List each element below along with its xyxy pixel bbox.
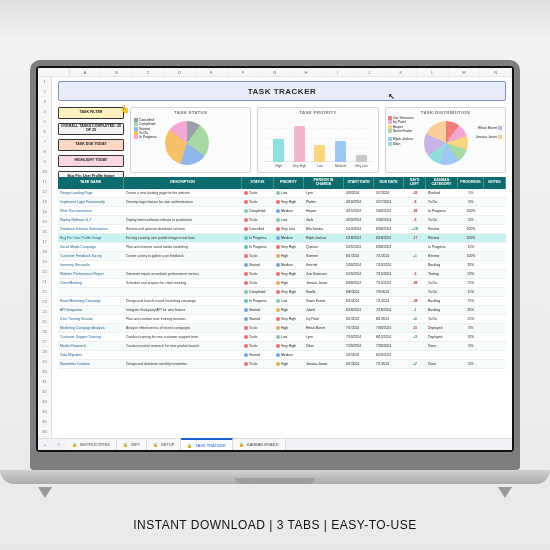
promo-footer: INSTANT DOWNLOAD | 3 TABS | EASY-TO-USE [0,518,550,532]
chart-legend: Zoe SimmonsIvy PatelHarperGavin FosterEl… [388,116,414,146]
col-notes[interactable]: NOTES [484,177,506,189]
pie-icon [424,121,468,165]
table-row[interactable]: Write DocumentationCompletedMediumHarper… [58,207,506,216]
page-title: TASK TRACKER [248,87,317,96]
sheet-tabs: + ≡ INSTRUCTIONSGIFTSETUPTASK TRACKERKAN… [38,438,512,450]
side-button[interactable]: TASK DUE TODAY [58,139,124,151]
row-number-gutter: 1234567891011121314151617181920212223242… [38,77,52,438]
all-sheets-button[interactable]: ≡ [52,439,66,450]
arrow-icon [38,487,52,498]
chart-title: TASK PRIORITY [261,110,374,115]
side-button[interactable]: OVERALL TASKS COMPLETED: 20 OF 25 [58,123,124,135]
col-person[interactable]: PERSON IN CHARGE [304,177,344,189]
col-priority[interactable]: PRIORITY [274,177,304,189]
side-button-group: TASK FILTEROVERALL TASKS COMPLETED: 20 O… [58,107,124,183]
hand-pointer-icon: 👆 [120,105,130,114]
cursor-icon: ↖ [388,92,396,101]
chart-task-priority: TASK PRIORITY HighVery HighLowMediumVery… [257,107,378,173]
table-row[interactable]: User Training SessionPlan and conduct us… [58,315,506,324]
table-row[interactable]: Implement Login FunctionalityDevelop log… [58,198,506,207]
side-button[interactable]: TASK FILTER [58,107,124,119]
sheet-tab[interactable]: TASK TRACKER [181,438,232,450]
title-band: TASK TRACKER ↖ [58,81,506,101]
col-task-name[interactable]: TASK NAME [58,177,124,189]
table-row[interactable]: Deploy Release v1.2Deploy latest softwar… [58,216,506,225]
laptop-frame: ABCDEFGHIJKLMN 1234567891011121314151617… [30,60,520,470]
sheet-tab[interactable]: SETUP [147,439,181,450]
col-start-date[interactable]: START DATE [344,177,374,189]
side-button[interactable]: HIGHLIGHT TODAY [58,155,124,167]
table-row[interactable]: Customer Support TrainingConduct trainin… [58,333,506,342]
table-row[interactable]: Marketing Campaign AnalysisAnalyse effec… [58,324,506,333]
sheet-tab[interactable]: INSTRUCTIONS [66,439,117,450]
table-row[interactable]: Data MigrationStartedMedium5/5/20246/20/… [58,351,506,360]
add-sheet-button[interactable]: + [38,439,52,450]
col-status[interactable]: STATUS [242,177,274,189]
spreadsheet-screen: ABCDEFGHIJKLMN 1234567891011121314151617… [38,68,512,450]
sheet-tab[interactable]: GIFT [117,439,147,450]
table-row[interactable]: Email Marketing CampaignDesign and launc… [58,297,506,306]
table-row[interactable]: API IntegrationIntegrate third-party API… [58,306,506,315]
col-due-date[interactable]: DUE DATE [374,177,404,189]
chart-legend: CancelledCompletedStartedTo DoIn Progres… [134,118,156,139]
chart-title: TASK STATUS [134,110,247,115]
table-row[interactable]: Newsletter CreationDesign and distribute… [58,360,506,369]
table-row[interactable]: Inventory ReconcileStartedMediumKetchel5… [58,261,506,270]
table-body: Design Landing PageCreate a new landing … [58,189,506,438]
col-days-left[interactable]: DAYS LEFT [404,177,426,189]
table-row[interactable]: Market ResearchConduct market research f… [58,342,506,351]
table-row[interactable]: Website Performance ReportGenerate repor… [58,270,506,279]
chart-task-distribution: TASK DISTRIBUTION Zoe SimmonsIvy PatelHa… [385,107,506,173]
table-row[interactable]: CompletedVery HighNoelle6/8/20247/9/2024… [58,288,506,297]
sheet-tab[interactable]: KANBAN BOARD [233,439,286,450]
table-row[interactable]: Social Media CampaignPlan and execute so… [58,243,506,252]
col-kanban[interactable]: KANBAN CATEGORY [426,177,458,189]
col-description[interactable]: DESCRIPTION [124,177,242,189]
table-header: TASK NAME DESCRIPTION STATUS PRIORITY PE… [58,177,506,189]
pie-icon [165,121,209,165]
table-row[interactable]: Customer Feedback SurveyCreate survey to… [58,252,506,261]
table-row[interactable]: Bug Fix: User Profile ImageFix bug causi… [58,234,506,243]
table-row[interactable]: Design Landing PageCreate a new landing … [58,189,506,198]
col-progress[interactable]: PROGRESS [458,177,484,189]
chart-title: TASK DISTRIBUTION [389,110,502,115]
bar-group: HighVery HighLowMediumVery Low [268,124,371,162]
table-row[interactable]: Database Schema OptimisationReview and o… [58,225,506,234]
column-header-row: ABCDEFGHIJKLMN [38,68,512,77]
arrow-icon [498,487,512,498]
chart-task-status: TASK STATUS CancelledCompletedStartedTo … [130,107,251,173]
chart-legend: Ethan Barret Jessica Jones [476,126,503,139]
table-row[interactable]: Client MeetingSchedule and prepare for c… [58,279,506,288]
